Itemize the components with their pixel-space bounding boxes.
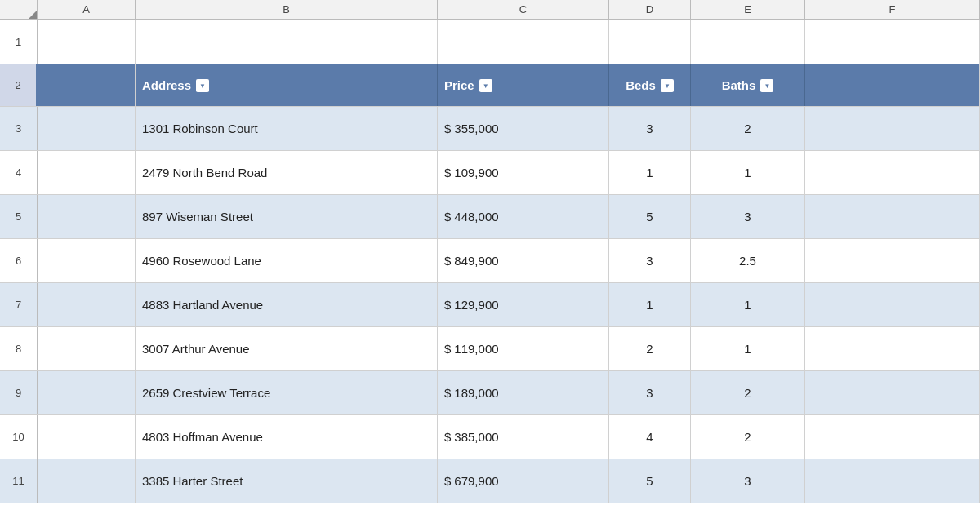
price-dollar-4: $: [444, 166, 451, 179]
row-1: 1: [0, 20, 980, 64]
cell-3b-address[interactable]: 1301 Robinson Court: [136, 107, 438, 150]
cell-4d-beds[interactable]: 1: [609, 151, 691, 194]
cell-5a[interactable]: [38, 195, 136, 238]
cell-5e-baths[interactable]: 3: [691, 195, 805, 238]
spreadsheet: A B C D E F 1 2 Address Price Beds Ba: [0, 0, 980, 514]
price-header-label: Price: [444, 78, 474, 92]
cell-11b-address[interactable]: 3385 Harter Street: [136, 459, 438, 503]
cell-7c-price[interactable]: $ 129,900: [438, 283, 609, 326]
cell-1e[interactable]: [691, 20, 805, 64]
data-rows: 3 1301 Robinson Court $ 355,000 3 2 4 24…: [0, 107, 980, 503]
cell-6a[interactable]: [38, 239, 136, 282]
price-dollar-10: $: [444, 430, 451, 444]
cell-1c[interactable]: [438, 20, 609, 64]
price-dropdown-icon[interactable]: [479, 79, 492, 92]
cell-10c-price[interactable]: $ 385,000: [438, 415, 609, 459]
cell-11e-baths[interactable]: 3: [691, 459, 805, 503]
cell-3d-beds[interactable]: 3: [609, 107, 691, 150]
beds-header[interactable]: Beds: [609, 64, 691, 106]
row-num-8: 8: [0, 327, 38, 370]
cell-4f[interactable]: [805, 151, 980, 194]
cell-11a[interactable]: [38, 459, 136, 503]
cell-6e-baths[interactable]: 2.5: [691, 239, 805, 282]
price-dollar-9: $: [444, 386, 451, 400]
cell-10e-baths[interactable]: 2: [691, 415, 805, 459]
cell-9b-address[interactable]: 2659 Crestview Terrace: [136, 371, 438, 414]
cell-8f[interactable]: [805, 327, 980, 370]
cell-11c-price[interactable]: $ 679,900: [438, 459, 609, 503]
cell-6f[interactable]: [805, 239, 980, 282]
col-header-b[interactable]: B: [136, 0, 438, 20]
cell-10d-beds[interactable]: 4: [609, 415, 691, 459]
cell-10a[interactable]: [38, 415, 136, 459]
cell-9f[interactable]: [805, 371, 980, 414]
cell-1b[interactable]: [136, 20, 438, 64]
cell-10b-address[interactable]: 4803 Hoffman Avenue: [136, 415, 438, 459]
cell-7f[interactable]: [805, 283, 980, 326]
cell-6b-address[interactable]: 4960 Rosewood Lane: [136, 239, 438, 282]
col-header-d[interactable]: D: [609, 0, 691, 20]
cell-1f[interactable]: [805, 20, 980, 64]
cell-8a[interactable]: [38, 327, 136, 370]
cell-5c-price[interactable]: $ 448,000: [438, 195, 609, 238]
col-header-a[interactable]: A: [38, 0, 136, 20]
baths-dropdown-icon[interactable]: [760, 79, 773, 92]
cell-9c-price[interactable]: $ 189,000: [438, 371, 609, 414]
cell-3c-price[interactable]: $ 355,000: [438, 107, 609, 150]
cell-5b-address[interactable]: 897 Wiseman Street: [136, 195, 438, 238]
cell-3a[interactable]: [38, 107, 136, 150]
price-value-9: 189,000: [454, 386, 498, 400]
cell-6d-beds[interactable]: 3: [609, 239, 691, 282]
cell-1a[interactable]: [38, 20, 136, 64]
address-dropdown-icon[interactable]: [196, 79, 209, 92]
cell-4e-baths[interactable]: 1: [691, 151, 805, 194]
price-value-5: 448,000: [454, 210, 498, 224]
cell-8b-address[interactable]: 3007 Arthur Avenue: [136, 327, 438, 370]
row-num-7: 7: [0, 283, 38, 326]
row-4: 4 2479 North Bend Road $ 109,900 1 1: [0, 151, 980, 195]
row-7: 7 4883 Hartland Avenue $ 129,900 1 1: [0, 283, 980, 327]
cell-9a[interactable]: [38, 371, 136, 414]
cell-8e-baths[interactable]: 1: [691, 327, 805, 370]
column-headers-row: A B C D E F: [0, 0, 980, 20]
price-value-7: 129,900: [454, 298, 498, 312]
price-dollar-5: $: [444, 210, 451, 224]
corner-cell: [0, 0, 38, 20]
price-value-11: 679,900: [454, 474, 498, 488]
cell-5f[interactable]: [805, 195, 980, 238]
cell-9e-baths[interactable]: 2: [691, 371, 805, 414]
cell-4c-price[interactable]: $ 109,900: [438, 151, 609, 194]
cell-10f[interactable]: [805, 415, 980, 459]
cell-11f[interactable]: [805, 459, 980, 503]
beds-dropdown-icon[interactable]: [661, 79, 674, 92]
cell-9d-beds[interactable]: 3: [609, 371, 691, 414]
col-header-c[interactable]: C: [438, 0, 609, 20]
price-dollar-3: $: [444, 122, 451, 135]
col-header-f[interactable]: F: [805, 0, 980, 20]
cell-4b-address[interactable]: 2479 North Bend Road: [136, 151, 438, 194]
address-header[interactable]: Address: [136, 64, 438, 106]
row-num-6: 6: [0, 239, 38, 282]
col-header-e[interactable]: E: [691, 0, 805, 20]
cell-8d-beds[interactable]: 2: [609, 327, 691, 370]
cell-2f[interactable]: [805, 64, 980, 106]
cell-2a[interactable]: [38, 64, 136, 106]
cell-7e-baths[interactable]: 1: [691, 283, 805, 326]
cell-7d-beds[interactable]: 1: [609, 283, 691, 326]
cell-6c-price[interactable]: $ 849,900: [438, 239, 609, 282]
cell-4a[interactable]: [38, 151, 136, 194]
cell-3e-baths[interactable]: 2: [691, 107, 805, 150]
price-dollar-6: $: [444, 254, 451, 268]
cell-5d-beds[interactable]: 5: [609, 195, 691, 238]
cell-7b-address[interactable]: 4883 Hartland Avenue: [136, 283, 438, 326]
baths-header[interactable]: Baths: [691, 64, 805, 106]
cell-3f[interactable]: [805, 107, 980, 150]
cell-7a[interactable]: [38, 283, 136, 326]
row-9: 9 2659 Crestview Terrace $ 189,000 3 2: [0, 371, 980, 415]
cell-1d[interactable]: [609, 20, 691, 64]
row-6: 6 4960 Rosewood Lane $ 849,900 3 2.5: [0, 239, 980, 283]
row-num-3: 3: [0, 107, 38, 150]
cell-8c-price[interactable]: $ 119,000: [438, 327, 609, 370]
price-header[interactable]: Price: [438, 64, 609, 106]
cell-11d-beds[interactable]: 5: [609, 459, 691, 503]
